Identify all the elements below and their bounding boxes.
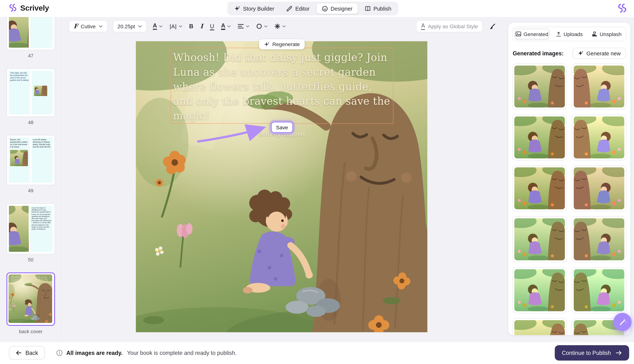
unsplash-icon [592, 32, 597, 36]
magic-wand-icon [618, 318, 626, 326]
scrively-logo-icon [8, 3, 18, 12]
generated-image[interactable] [512, 318, 567, 336]
page-number: 49 [28, 188, 34, 194]
info-icon [56, 350, 63, 356]
generated-image[interactable] [512, 64, 567, 110]
page-thumb-block-47: petal from the marigold in her pocket. 4… [0, 17, 62, 58]
effects-button[interactable] [274, 20, 287, 32]
tab-unsplash[interactable]: Unsplash [589, 28, 624, 39]
generated-images-grid [512, 64, 626, 336]
app-name: Scrively [20, 3, 49, 12]
thumb-image [9, 206, 29, 252]
page-thumbnail-48[interactable]: That night, she told her grandmother the… [6, 68, 55, 117]
sparkles-icon [578, 50, 584, 56]
brand-swirl-icon[interactable] [616, 3, 628, 14]
generate-new-button[interactable]: Generate new [573, 48, 626, 59]
chevron-down-icon [178, 25, 182, 28]
page-thumbnail-50[interactable]: And in the heart of Whifflewood Forest, … [6, 203, 55, 254]
sparkles-icon [264, 42, 269, 47]
selected-text-box[interactable]: Whoosh! Did that daisy just giggle? Join… [171, 48, 394, 124]
page-thumb-block-50: And in the heart of Whifflewood Forest, … [0, 203, 62, 263]
status-strong: All images are ready. [66, 350, 122, 356]
italic-button[interactable]: I [200, 20, 204, 32]
chevron-down-icon [227, 25, 231, 28]
font-size-select[interactable]: 20.25pt [113, 20, 147, 32]
chevron-down-icon [282, 25, 286, 28]
tab-uploads[interactable]: Uploads [552, 28, 587, 39]
page-thumb-block-back-cover: Whoosh! Did that daisy just giggle? Join… [0, 272, 62, 334]
tab-editor[interactable]: Editor [281, 3, 315, 14]
generated-image[interactable] [512, 114, 567, 160]
font-name: Cutive [81, 23, 96, 29]
assets-tabs: Generated Uploads Unsplash [512, 27, 626, 41]
underline-button[interactable]: U [209, 20, 215, 32]
font-color-button[interactable]: A [220, 20, 232, 32]
text-style-button[interactable]: A [152, 20, 164, 32]
design-canvas[interactable]: Regenerate Whoosh! Did that daisy just g… [136, 41, 427, 332]
generated-image[interactable] [572, 216, 626, 262]
status-message: All images are ready. Your book is compl… [56, 350, 237, 356]
effects-flower-icon [274, 24, 280, 29]
designer-face-icon [322, 6, 328, 12]
chevron-down-icon [98, 25, 102, 28]
tab-story-builder[interactable]: Story Builder [228, 3, 280, 14]
back-button[interactable]: Back [9, 346, 45, 360]
pages-sidebar: petal from the marigold in her pocket. 4… [0, 17, 62, 342]
designer-toolbar: F Cutive 20.25pt A |A| B I U A [62, 17, 505, 36]
letter-spacing-button[interactable]: |A| [169, 20, 183, 32]
chevron-down-icon [138, 25, 142, 28]
apply-global-style-button[interactable]: A Apply as Global Style [416, 20, 483, 32]
app-window: Scrively Story Builder Editor [0, 0, 634, 364]
page-number: 47 [28, 53, 34, 58]
upload-icon [556, 32, 561, 36]
generated-image[interactable] [512, 165, 567, 212]
align-button[interactable] [237, 20, 250, 32]
app-logo[interactable]: Scrively [8, 3, 49, 12]
font-size-value: 20.25pt [118, 23, 135, 29]
assets-panel: Generated Uploads Unsplash Generated ima… [508, 22, 631, 336]
page-thumbnail-49[interactable]: flowers. Her grandmother smiled, as if s… [6, 135, 55, 185]
arrow-right-icon [616, 350, 622, 356]
thumb-text: And in the heart of Whifflewood Forest, … [32, 207, 52, 230]
page-thumb-block-48: That night, she told her grandmother the… [0, 68, 62, 126]
book-icon [364, 6, 370, 12]
page-thumbnail-47[interactable]: petal from the marigold in her pocket. [6, 17, 55, 50]
regenerate-button[interactable]: Regenerate [259, 39, 305, 49]
generated-image[interactable] [572, 165, 626, 212]
main-nav: Story Builder Editor Designer [227, 2, 398, 16]
bold-button[interactable]: B [188, 20, 194, 32]
font-family-select[interactable]: F Cutive [69, 20, 108, 32]
save-button[interactable]: Save [271, 122, 293, 133]
generated-image[interactable] [512, 267, 567, 313]
thumb-image [9, 17, 29, 48]
style-brush-button[interactable] [488, 20, 497, 32]
tab-designer[interactable]: Designer [316, 3, 358, 14]
tab-generated[interactable]: Generated [514, 28, 550, 39]
magic-edit-fab[interactable] [613, 313, 632, 331]
image-icon [516, 32, 521, 36]
page-thumb-block-49: flowers. Her grandmother smiled, as if s… [0, 135, 62, 194]
generated-image[interactable] [572, 267, 626, 313]
arrow-left-icon [16, 350, 22, 356]
pen-icon [286, 6, 292, 12]
thumb-text: Whoosh! Did that daisy just giggle? Join… [11, 276, 49, 284]
generated-image[interactable] [512, 216, 567, 262]
chevron-down-icon [246, 25, 250, 28]
page-thumbnail-back-cover-selected[interactable]: Whoosh! Did that daisy just giggle? Join… [6, 272, 55, 326]
book-blurb-text: Whoosh! Did that daisy just giggle? Join… [173, 50, 392, 123]
continue-to-publish-button[interactable]: Continue to Publish [555, 345, 629, 361]
tab-publish[interactable]: Publish [359, 3, 397, 14]
tab-label: Editor [295, 6, 310, 12]
bottom-bar: Back All images are ready. Your book is … [0, 342, 634, 364]
tab-label: Designer [331, 6, 352, 12]
brush-icon [489, 23, 496, 30]
circle-outline-icon [256, 24, 262, 29]
assets-header: Generated images: Generate new [512, 48, 626, 59]
thumb-image [10, 150, 28, 166]
page-number: 50 [28, 257, 34, 263]
generated-images-heading: Generated images: [513, 50, 564, 57]
generated-image[interactable] [572, 114, 626, 160]
stroke-button[interactable] [256, 20, 268, 32]
generated-image[interactable] [572, 64, 626, 110]
tab-label: Publish [374, 6, 391, 12]
